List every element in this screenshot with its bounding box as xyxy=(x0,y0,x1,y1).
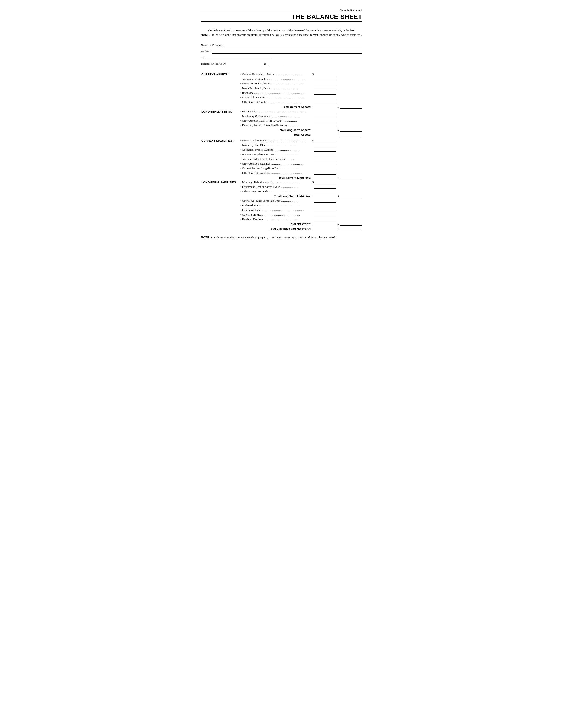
total-net-worth-row: Total Net Worth: $ xyxy=(201,222,362,226)
machinery-equipment-row: • Machinery & Equipment ………………………… xyxy=(201,114,362,118)
capital-account-row: • Capital Account (Corporate Only)……………… xyxy=(201,199,362,203)
other-current-liabilities-row: • Other Current Liabilities …………………………… xyxy=(201,171,362,175)
notes-payable-other-row: • Notes Payable, Other …………………………… xyxy=(201,143,362,148)
sample-doc-label: Sample Document xyxy=(201,9,362,12)
note-must-equal: must equal xyxy=(284,236,298,239)
cash-col2 xyxy=(337,72,362,77)
long-term-assets-label: LONG-TERM ASSETS: xyxy=(201,109,240,114)
cash-dollar: $ xyxy=(312,72,337,77)
total-current-assets-row: Total Current Assets: $ xyxy=(201,105,362,109)
note-assets: Total Assets xyxy=(269,236,284,239)
inventory-row: • Inventory ……………………………………………… xyxy=(201,91,362,95)
accrued-federal-state-row: • Accrued Federal, State Income Taxes ……… xyxy=(201,157,362,161)
equipment-debt-row: • Equipment Debt due after 1 year ……………… xyxy=(201,185,362,189)
deferred-prepaid-row: • Deferred, Prepaid, Intangible Expenses… xyxy=(201,123,362,128)
note-period: . xyxy=(336,236,336,239)
retained-earnings-row: • Retained Earnings ……………………………… xyxy=(201,217,362,222)
total-liabilities-net-worth-row: Total Liabilities and Net Worth: $ xyxy=(201,226,362,231)
current-liabilities-label: CURRENT LIABILITIES: xyxy=(201,138,240,143)
note-liabilities: Total Liabilities xyxy=(298,236,317,239)
total-current-liabilities-row: Total Current Liabilities: $ xyxy=(201,175,362,180)
cash-on-hand-item: • Cash on Hand and in Banks ………………………… xyxy=(240,72,312,77)
note-section: NOTE: In order to complete the Balance S… xyxy=(201,235,362,240)
total-long-term-assets-row: Total Long-Term Assets: $ xyxy=(201,128,362,132)
notes-payable-banks-row: CURRENT LIABILITIES: • Notes Payable, Ba… xyxy=(201,138,362,143)
total-long-term-liabilities-label: Total Long-Term Liabilities: xyxy=(240,195,311,198)
common-stock-row: • Common Stock ……………………………………… xyxy=(201,208,362,212)
total-net-worth-label: Total Net Worth: xyxy=(240,222,311,226)
note-prefix: NOTE: xyxy=(201,236,210,239)
balance-sheet-table: CURRENT ASSETS: • Cash on Hand and in Ba… xyxy=(201,72,362,231)
accounts-receivable-row: • Accounts Receivable ………………………………… xyxy=(201,77,362,81)
total-long-term-liabilities-row: Total Long-Term Liabilities: $ xyxy=(201,194,362,199)
year-label: 20 xyxy=(263,62,268,66)
total-current-assets-label: Total Current Assets: xyxy=(240,105,311,109)
total-liabilities-label: Total Liabilities and Net Worth: xyxy=(240,227,311,230)
total-current-liabilities-label: Total Current Liabilities: xyxy=(240,176,311,179)
total-assets-label: Total Assets: xyxy=(240,133,311,136)
to-label: To xyxy=(201,56,205,60)
accounts-payable-current-row: • Accounts Payable, Current ……………………… xyxy=(201,148,362,152)
other-current-assets-row: • Other Current Assets ……………………………… xyxy=(201,100,362,105)
balance-sheet-as-of-label: Balance Sheet As Of xyxy=(201,62,227,66)
company-label: Name of Company xyxy=(201,43,225,47)
notes-receivable-other-row: • Notes Receivable, Other ………………………… xyxy=(201,86,362,91)
machinery-equipment-item: • Machinery & Equipment ………………………… xyxy=(240,114,312,118)
other-long-term-debt-row: • Other Long-Term Debt …………………………… xyxy=(201,189,362,194)
long-term-liabilities-label: LONG-TERM LIABILITIES: xyxy=(201,180,240,185)
capital-surplus-row: • Capital Surplus…………………………………… xyxy=(201,212,362,217)
current-assets-label: CURRENT ASSETS: xyxy=(201,72,240,77)
accounts-payable-past-due-row: • Accounts Payable, Past Due…………………… xyxy=(201,152,362,157)
mortgage-debt-row: LONG-TERM LIABILITIES: • Mortgage Debt d… xyxy=(201,180,362,185)
intro-text: The Balance Sheet is a measure of the so… xyxy=(201,28,362,37)
total-assets-row: Total Assets: $ xyxy=(201,132,362,137)
preferred-stock-row: • Preferred Stock…………………………………… xyxy=(201,203,362,208)
total-long-term-assets-label: Total Long-Term Assets: xyxy=(240,128,311,132)
note-text: In order to complete the Balance Sheet p… xyxy=(210,236,269,239)
page-title: THE BALANCE SHEET xyxy=(201,13,362,20)
address-label: Address xyxy=(201,50,212,54)
notes-receivable-trade-row: • Notes Receivable, Trade …………………………… xyxy=(201,81,362,86)
real-estate-row: LONG-TERM ASSETS: • Real Estate………………………… xyxy=(201,109,362,114)
other-accrued-expenses-row: • Other Accrued Expenses …………………………… xyxy=(201,161,362,166)
note-plus: plus xyxy=(317,236,323,239)
other-assets-row: • Other Assets (attach list if needed) …… xyxy=(201,118,362,123)
note-net-worth: Net Worth xyxy=(324,236,336,239)
current-assets-header: CURRENT ASSETS: • Cash on Hand and in Ba… xyxy=(201,72,362,77)
current-portion-long-term-row: • Current Portion Long-Term Debt ……………… xyxy=(201,166,362,171)
marketable-securities-row: • Marketable Securities ………………………………… xyxy=(201,95,362,100)
